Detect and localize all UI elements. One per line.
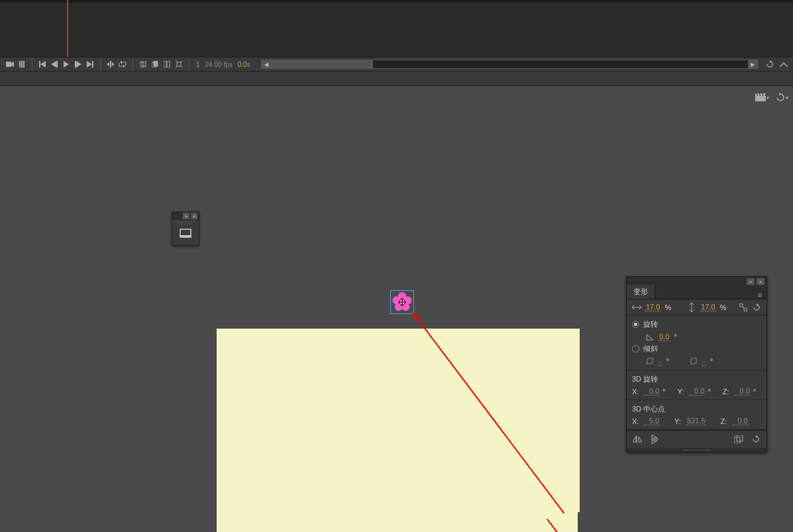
svg-rect-4 bbox=[39, 61, 40, 68]
scale-width-input[interactable]: 17.0 bbox=[645, 303, 661, 311]
svg-rect-1 bbox=[19, 61, 21, 68]
registration-point-icon bbox=[399, 299, 405, 305]
panel-close-button[interactable]: × bbox=[757, 278, 765, 285]
stage-canvas-area[interactable]: » × ‹‹ × 变形 ≡ 17.0 % 17.0 % bbox=[0, 103, 793, 532]
current-frame-value[interactable]: 1 bbox=[193, 61, 203, 68]
timeline-expand-icon[interactable] bbox=[778, 59, 789, 70]
onion-skin-icon[interactable] bbox=[138, 59, 148, 70]
stage[interactable] bbox=[217, 329, 580, 532]
timeline-reset-icon[interactable] bbox=[765, 59, 775, 70]
rotate3d-z-unit: ° bbox=[753, 388, 756, 396]
floating-tool-panel[interactable]: » × bbox=[172, 211, 199, 246]
skew-v-icon bbox=[689, 356, 698, 366]
svg-rect-14 bbox=[167, 61, 170, 68]
reset-transform-icon[interactable] bbox=[749, 433, 763, 445]
rotate-angle-icon bbox=[645, 332, 655, 341]
svg-rect-0 bbox=[6, 62, 11, 67]
skew-h-unit: ° bbox=[666, 357, 669, 365]
svg-rect-8 bbox=[110, 61, 111, 68]
svg-rect-6 bbox=[75, 61, 76, 68]
center-3d-title: 3D 中心点 bbox=[632, 403, 761, 415]
center-frame-icon[interactable] bbox=[105, 59, 116, 70]
stage-view-tools: ▾ ▾ bbox=[755, 90, 793, 105]
scale-row: 17.0 % 17.0 % bbox=[627, 299, 767, 315]
scale-height-input[interactable]: 17.0 bbox=[700, 303, 715, 311]
rotate-skew-section: 旋转 0.0 ° 倾斜 - ° - ° bbox=[627, 315, 767, 370]
scroll-right-arrow[interactable]: ▶ bbox=[748, 60, 757, 68]
go-to-last-frame-button[interactable] bbox=[85, 59, 95, 70]
scroll-thumb[interactable] bbox=[271, 60, 373, 68]
rotate3d-x-input[interactable]: 0.0 bbox=[644, 387, 660, 396]
clapperboard-icon[interactable]: ▾ bbox=[755, 92, 769, 103]
reset-scale-icon[interactable] bbox=[752, 303, 761, 312]
flip-vertical-icon[interactable] bbox=[648, 433, 661, 445]
stage-rotate-icon[interactable]: ▾ bbox=[774, 92, 789, 103]
play-button[interactable] bbox=[61, 59, 72, 70]
panel-resize-grip[interactable] bbox=[627, 448, 767, 452]
modify-markers-icon[interactable] bbox=[174, 59, 184, 70]
cx-label: X: bbox=[632, 417, 641, 425]
skew-h-input[interactable]: - bbox=[659, 357, 662, 366]
loop-icon[interactable] bbox=[117, 59, 128, 70]
constrain-link-icon[interactable] bbox=[739, 303, 748, 312]
svg-rect-2 bbox=[21, 61, 23, 68]
z-label: Z: bbox=[723, 388, 732, 396]
center3d-z-input[interactable]: 0.0 bbox=[733, 417, 749, 425]
rotate-radio[interactable] bbox=[632, 321, 639, 328]
panel-close-icon[interactable]: × bbox=[191, 213, 197, 219]
elapsed-time-value[interactable]: 0.0s bbox=[235, 61, 253, 68]
camera-icon[interactable] bbox=[5, 59, 15, 70]
svg-rect-5 bbox=[56, 61, 58, 68]
skew-h-icon bbox=[645, 356, 655, 366]
edit-multiple-frames-icon[interactable] bbox=[162, 59, 172, 70]
center3d-y-input[interactable]: 531.5 bbox=[686, 417, 706, 425]
rotate-3d-title: 3D 旋转 bbox=[632, 373, 761, 386]
timeline-scrollbar[interactable]: ◀ ▶ bbox=[261, 60, 758, 69]
scroll-left-arrow[interactable]: ◀ bbox=[262, 60, 271, 68]
rotate-unit: ° bbox=[674, 333, 676, 341]
pause-lines-icon[interactable] bbox=[17, 59, 27, 70]
skew-v-input[interactable]: - bbox=[702, 357, 706, 366]
rotate-3d-section: 3D 旋转 X: 0.0 ° Y: 0.0 ° Z: 0.0 ° bbox=[627, 370, 767, 400]
onion-skin-outlines-icon[interactable] bbox=[150, 59, 160, 70]
timeline-toolbar: 1 24.00 fps 0.0s ◀ ▶ bbox=[0, 57, 793, 72]
y-label: Y: bbox=[677, 388, 686, 396]
width-arrow-icon bbox=[632, 303, 641, 312]
panel-collapse-button[interactable]: ‹‹ bbox=[747, 278, 755, 285]
rotate-label: 旋转 bbox=[643, 319, 658, 329]
flip-horizontal-icon[interactable] bbox=[631, 433, 644, 445]
transform-tab[interactable]: 变形 bbox=[627, 285, 655, 299]
duplicate-transform-icon[interactable] bbox=[732, 433, 745, 445]
x-label: X: bbox=[632, 388, 641, 396]
svg-rect-12 bbox=[154, 61, 158, 66]
skew-v-unit: ° bbox=[710, 357, 713, 365]
rotate3d-y-unit: ° bbox=[708, 388, 710, 396]
document-tab-bar bbox=[0, 72, 793, 86]
timeline-frames-area[interactable] bbox=[0, 0, 793, 57]
stage-fit-icon[interactable] bbox=[172, 225, 199, 242]
transform-panel[interactable]: ‹‹ × 变形 ≡ 17.0 % 17.0 % 旋转 bbox=[626, 276, 767, 452]
stage-pasteboard-edge bbox=[578, 512, 580, 532]
cz-label: Z: bbox=[721, 417, 730, 425]
svg-rect-15 bbox=[177, 62, 181, 66]
go-to-first-frame-button[interactable] bbox=[37, 59, 48, 70]
rotate3d-x-unit: ° bbox=[662, 388, 665, 396]
center3d-x-input[interactable]: 5.0 bbox=[644, 417, 660, 425]
rotate3d-y-input[interactable]: 0.0 bbox=[689, 387, 705, 396]
panel-menu-icon[interactable]: ≡ bbox=[753, 291, 767, 299]
rotate3d-z-input[interactable]: 0.0 bbox=[735, 387, 751, 396]
timeline-playhead[interactable] bbox=[67, 0, 68, 57]
svg-rect-3 bbox=[23, 61, 25, 68]
fps-value[interactable]: 24.00 fps bbox=[203, 61, 235, 68]
step-back-button[interactable] bbox=[49, 59, 60, 70]
transform-panel-footer bbox=[627, 430, 767, 448]
panel-collapse-icon[interactable]: » bbox=[183, 213, 189, 219]
cy-label: Y: bbox=[674, 417, 684, 425]
timeline-top-border bbox=[0, 0, 793, 3]
selected-symbol-instance[interactable] bbox=[390, 290, 414, 314]
scale-height-unit: % bbox=[720, 303, 727, 311]
svg-rect-13 bbox=[164, 61, 166, 68]
rotate-value-input[interactable]: 0.0 bbox=[659, 333, 670, 341]
step-forward-button[interactable] bbox=[73, 59, 83, 70]
skew-radio[interactable] bbox=[632, 345, 639, 352]
